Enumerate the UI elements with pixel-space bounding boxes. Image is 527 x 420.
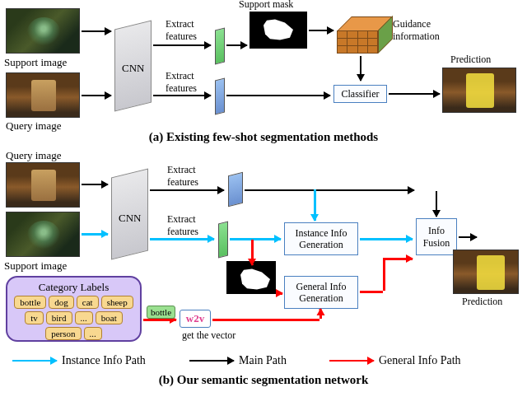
arrow-cnn-to-feat-g	[153, 44, 211, 46]
feature-blue	[215, 78, 225, 115]
category-item: boat	[96, 311, 123, 324]
legend-instance-label: Instance Info Path	[62, 354, 146, 367]
legend-line-black	[189, 360, 234, 362]
category-item: ...	[75, 311, 93, 324]
extract-label-2b: Extract features	[167, 213, 198, 238]
cnn-label-b: CNN	[119, 212, 141, 225]
legend-main-label: Main Path	[239, 354, 287, 367]
arrow-support-to-cnn	[82, 30, 111, 32]
arrow-main-top	[245, 189, 399, 191]
arrow-mask-to-guidance	[309, 30, 333, 31]
legend-line-red	[329, 360, 374, 362]
category-item: person	[45, 327, 81, 340]
legend-main: Main Path	[189, 354, 287, 367]
arrow-into-mask	[251, 264, 254, 265]
general-info-box: General Info Generation	[284, 276, 358, 309]
category-item: sheep	[101, 296, 133, 309]
instance-info-box: Instance Info Generation	[284, 222, 358, 255]
support-image-label-b: Support image	[4, 259, 67, 273]
category-item: bird	[46, 311, 72, 324]
support-image	[6, 8, 80, 54]
selected-category-label: bottle	[147, 306, 175, 319]
support-mask-image	[250, 12, 307, 49]
prediction-label-b: Prediction	[462, 296, 502, 308]
info-fusion-box: Info Fusion	[416, 218, 457, 255]
prediction-image-a	[442, 68, 516, 113]
support-image-label: Support image	[4, 56, 67, 69]
guidance-cube	[337, 16, 386, 49]
w2v-box: w2v	[180, 310, 211, 328]
panel-a: Support image Query image CNN Extract fe…	[4, 0, 523, 140]
feature-green	[215, 28, 225, 65]
get-vector-label: get the vector	[182, 329, 236, 342]
classifier-box: Classifier	[333, 85, 387, 103]
category-item: bottle	[14, 296, 46, 309]
category-item: ...	[84, 327, 102, 340]
prediction-label-a: Prediction	[450, 54, 491, 66]
arrow-cnn-to-featg-b	[150, 238, 214, 240]
cnn-label: CNN	[122, 62, 144, 75]
support-mask-label: Support mask	[239, 0, 293, 11]
extract-label-1b: Extract features	[167, 164, 198, 189]
category-item: tv	[25, 311, 44, 324]
arrow-gen-right1	[360, 291, 383, 293]
feature-blue-b	[228, 172, 243, 207]
arrow-down-to-inst	[314, 189, 316, 214]
query-image-b	[6, 162, 80, 208]
panel-a-caption: (a) Existing few-shot segmentation metho…	[4, 130, 523, 144]
category-item: cat	[77, 296, 99, 309]
support-image-b	[6, 212, 80, 257]
category-grid: bottledogcatsheeptvbird...boatperson...	[11, 296, 137, 340]
arrow-support-to-cnn-b	[82, 233, 108, 236]
arrow-query-to-cnn	[82, 95, 111, 96]
arrow-down-to-inst-head	[314, 212, 316, 221]
arrow-featg-to-mask	[226, 44, 247, 46]
arrow-classifier-to-pred	[389, 93, 440, 95]
arrow-main-down-fusion-head	[436, 210, 437, 217]
arrow-guidance-to-classifier	[360, 56, 361, 81]
panel-b-caption: (b) Our semantic segmentation network	[4, 373, 523, 387]
arrow-featb-to-classifier	[226, 95, 330, 96]
arrow-w2v-up-head	[319, 309, 322, 310]
arrow-cat-to-w2v	[143, 319, 176, 321]
feature-green-b	[218, 222, 228, 259]
extract-features-label-2: Extract features	[166, 70, 197, 95]
query-image-label-b: Query image	[6, 149, 62, 162]
category-labels-panel: Category Labels bottledogcatsheeptvbird.…	[6, 276, 142, 342]
prediction-image-b	[453, 250, 519, 294]
arrow-w2v-right	[212, 319, 319, 321]
arrow-cnn-to-feat-b	[153, 95, 211, 96]
panel-b: Query image Support image CNN Extract fe…	[4, 144, 523, 383]
category-item: dog	[49, 296, 74, 309]
arrow-cnn-to-featb-b	[150, 189, 224, 191]
query-image	[6, 72, 80, 118]
category-title: Category Labels	[11, 281, 137, 294]
support-mask-b	[226, 261, 276, 294]
arrow-fusion-to-pred	[459, 236, 477, 238]
arrow-mask-to-general	[277, 292, 282, 295]
legend-line-blue	[12, 360, 57, 362]
arrow-query-to-cnn-b	[82, 184, 108, 185]
extract-features-label-1: Extract features	[166, 18, 197, 43]
arrow-gen-to-fusion	[383, 258, 413, 260]
legend-instance: Instance Info Path	[12, 354, 146, 367]
arrow-featg-to-inst	[230, 238, 281, 240]
legend-general: General Info Path	[329, 354, 461, 367]
arrow-gen-up	[383, 258, 385, 291]
legend-general-label: General Info Path	[379, 354, 461, 367]
guidance-label: Guidance information	[393, 18, 440, 43]
arrow-inst-to-fusion	[360, 238, 413, 240]
arrow-main-to-fusion	[398, 189, 414, 191]
